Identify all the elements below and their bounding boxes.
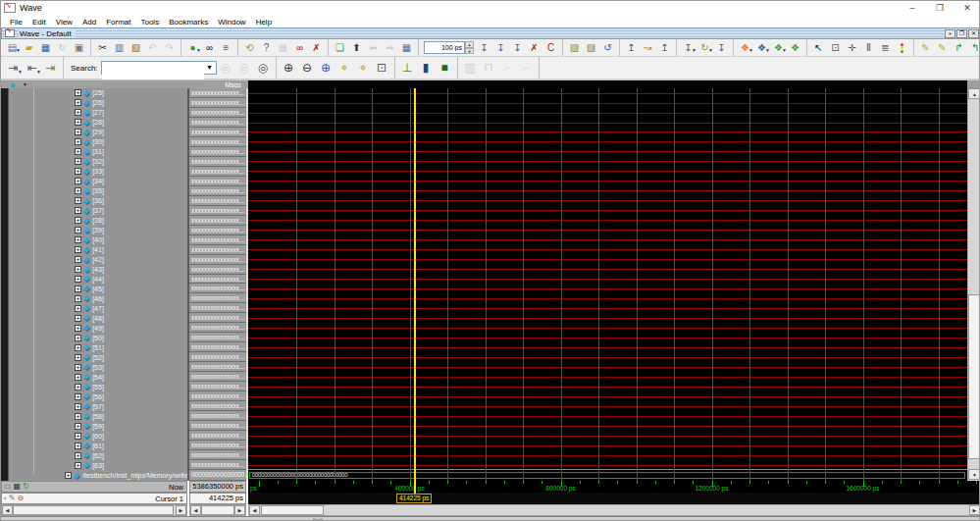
expand-icon[interactable]: +: [75, 452, 81, 459]
expand-icon[interactable]: +: [75, 423, 81, 430]
menu-bookmarks[interactable]: Bookmarks: [164, 18, 213, 26]
zoom-out-button[interactable]: ⊖: [298, 60, 317, 77]
signal-row[interactable]: +◆[41]: [9, 245, 187, 255]
expand-icon[interactable]: +: [75, 286, 81, 292]
add-all-button[interactable]: ⇥: [41, 60, 60, 77]
expand-icon[interactable]: +: [75, 197, 81, 204]
x-value-waveform[interactable]: [248, 298, 967, 299]
scrollbar-thumb[interactable]: [201, 505, 234, 515]
expand-icon[interactable]: +: [75, 227, 81, 234]
expand-icon[interactable]: +: [75, 178, 81, 184]
x-value-waveform[interactable]: [248, 230, 967, 231]
signal-row[interactable]: +◆[31]: [9, 147, 187, 157]
expand-icon[interactable]: +: [75, 403, 81, 410]
nav-up-button[interactable]: ⬆: [348, 40, 365, 55]
x-value-waveform[interactable]: [248, 131, 967, 132]
pane-undock-button[interactable]: ❐: [956, 29, 967, 38]
signal-row[interactable]: +◆[59]: [9, 421, 187, 431]
wave-new-button[interactable]: ▦: [398, 40, 415, 55]
cursor-line[interactable]: [414, 88, 416, 495]
signal-row[interactable]: +◆[27]: [9, 108, 187, 118]
x-value-waveform[interactable]: [248, 338, 967, 339]
traffic-light-button[interactable]: [894, 40, 910, 55]
expand-up-button[interactable]: ↥: [623, 40, 640, 55]
x-value-waveform[interactable]: [248, 269, 967, 270]
signal-row[interactable]: +◆[51]: [9, 342, 187, 352]
signal-row[interactable]: +◆[49]: [9, 323, 187, 333]
scrollbar-thumb[interactable]: [261, 505, 324, 515]
signal-row[interactable]: +◆[37]: [9, 206, 187, 216]
expand-icon[interactable]: +: [75, 217, 81, 224]
signal-row[interactable]: +◆[52]: [9, 352, 187, 362]
x-value-waveform[interactable]: [248, 396, 967, 397]
signal-row[interactable]: +◆[54]: [9, 372, 187, 382]
expand-icon[interactable]: +: [75, 129, 81, 135]
pointer-mode-button[interactable]: ↖: [810, 40, 827, 55]
expand-icon[interactable]: +: [75, 148, 81, 155]
signal-row[interactable]: +◆[58]: [9, 411, 187, 421]
pane-add-button[interactable]: +: [945, 29, 955, 38]
msgs-column-header[interactable]: Msgs: [189, 81, 244, 88]
zoom-cursor-button[interactable]: ⌖: [335, 60, 354, 77]
expand-icon[interactable]: +: [65, 472, 72, 479]
lock-icon[interactable]: ▪: [4, 495, 7, 502]
menu-help[interactable]: Help: [251, 18, 277, 26]
x-value-waveform[interactable]: [248, 445, 967, 446]
pane-close-button[interactable]: ✕: [968, 29, 979, 38]
expand-icon[interactable]: +: [75, 462, 81, 469]
run-length-input[interactable]: [424, 41, 465, 54]
signal-row[interactable]: +◆[43]: [9, 265, 187, 275]
scroll-left-button[interactable]: ◀: [249, 505, 260, 515]
dual-cursor-button[interactable]: Ⅱ: [860, 40, 877, 55]
menu-file[interactable]: File: [5, 18, 27, 26]
search-combobox[interactable]: ▼: [101, 61, 217, 75]
stop-button[interactable]: ✗: [526, 40, 542, 55]
signal-row[interactable]: +◆[48]: [9, 313, 187, 323]
signal-row[interactable]: +◆[26]: [9, 98, 187, 108]
scroll-right-button[interactable]: ▶: [234, 505, 245, 515]
signal-row[interactable]: +◆[39]: [9, 226, 187, 235]
bottom-button[interactable]: ↧: [713, 40, 730, 55]
x-value-waveform[interactable]: [248, 103, 967, 104]
minimize-button[interactable]: –: [899, 1, 926, 16]
signal-row[interactable]: +◆/testbench/inst_mips/Memory/write_mask…: [9, 470, 187, 481]
signal-row[interactable]: +◆[40]: [9, 235, 187, 245]
find-next-button[interactable]: ◎: [217, 60, 235, 77]
objects-view-button[interactable]: ❖▼: [770, 40, 787, 55]
signal-row[interactable]: +◆[42]: [9, 255, 187, 265]
lock-cursor-button[interactable]: ▮: [417, 60, 436, 77]
pane-title-bar[interactable]: ∿ Wave - Default + ❐ ✕: [1, 27, 980, 39]
search-input[interactable]: [102, 68, 204, 79]
expand-icon[interactable]: +: [75, 187, 81, 194]
x-value-waveform[interactable]: [248, 141, 967, 142]
run-button[interactable]: ↧: [492, 40, 509, 55]
expand-icon[interactable]: +: [75, 325, 81, 332]
expand-icon[interactable]: +: [75, 393, 81, 400]
signal-row[interactable]: +◆[53]: [9, 362, 187, 372]
sim-stop-button[interactable]: ✗: [308, 40, 325, 55]
expand-icon[interactable]: +: [75, 344, 81, 351]
cube-button[interactable]: ❖: [787, 40, 803, 55]
monitor-icon[interactable]: ▦: [14, 483, 22, 491]
signal-row[interactable]: +◆[60]: [9, 431, 187, 441]
signal-row[interactable]: +◆[44]: [9, 275, 187, 285]
expand-icon[interactable]: +: [75, 256, 81, 263]
add-selected-button[interactable]: ⇥▼: [4, 60, 23, 77]
menu-format[interactable]: Format: [101, 18, 135, 26]
expand-icon[interactable]: +: [75, 246, 81, 253]
next-rise-button[interactable]: ↱: [951, 40, 967, 55]
signal-tree-pane[interactable]: +◆[25]+◆[26]+◆[27]+◆[28]+◆[29]+◆[30]+◆[3…: [9, 88, 187, 481]
pan-mode-button[interactable]: ✛: [844, 40, 860, 55]
insert-cursor-button[interactable]: ⊥: [398, 60, 417, 77]
signal-row[interactable]: +◆[63]: [9, 460, 187, 470]
scroll-down-button[interactable]: ▼: [968, 469, 980, 480]
filter-button[interactable]: ≡: [218, 40, 234, 55]
signal-row[interactable]: +◆[47]: [9, 303, 187, 313]
signal-row[interactable]: +◆[25]: [9, 88, 187, 98]
menu-tools[interactable]: Tools: [135, 18, 164, 26]
expand-icon[interactable]: +: [75, 207, 81, 214]
cursor-row[interactable]: ▪✎⊖ Cursor 1: [1, 493, 187, 504]
edge-edit-b-button[interactable]: ✎: [934, 40, 951, 55]
continue-button[interactable]: C: [542, 40, 559, 55]
edit-mode-button[interactable]: ≣: [877, 40, 894, 55]
